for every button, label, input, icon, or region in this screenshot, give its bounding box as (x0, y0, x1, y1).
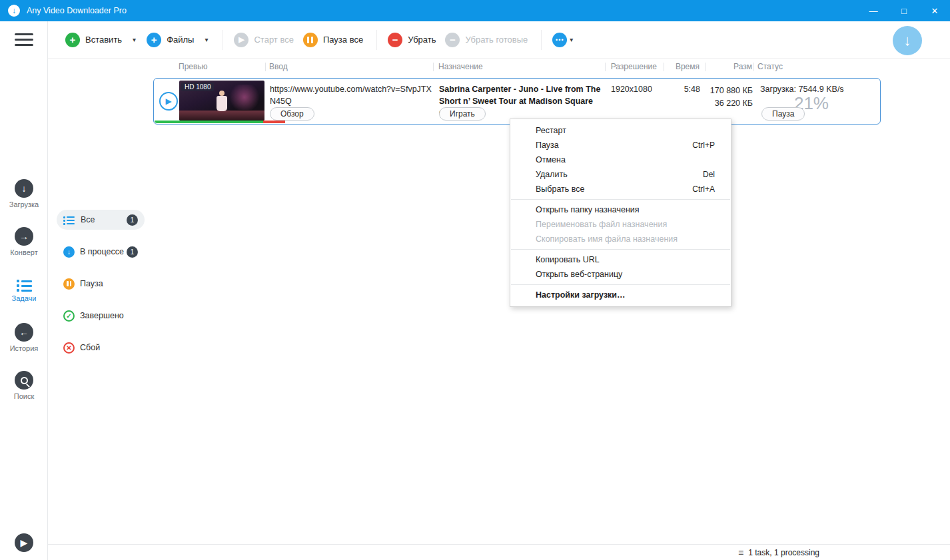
remove-completed-button[interactable]: − Убрать готовые (445, 33, 528, 47)
download-speed: Загрузка: 7544.9 KB/s (760, 85, 844, 94)
arrow-down-glyph: ↓ (22, 183, 27, 194)
sidebar-item-history[interactable]: ← История (0, 323, 48, 352)
column-header-preview[interactable]: Превью (179, 62, 208, 71)
hamburger-menu-icon[interactable] (15, 33, 33, 49)
files-dropdown-caret-icon[interactable]: ▾ (205, 36, 208, 43)
sidebar-item-download[interactable]: ↓ Загрузка (0, 179, 48, 208)
more-dropdown-caret-icon[interactable]: ▾ (570, 36, 573, 43)
menu-item-label: Настройки загрузки… (536, 290, 626, 300)
paste-button[interactable]: + Вставить (65, 33, 122, 47)
header-separator (605, 63, 606, 71)
toolbar-separator (223, 30, 223, 50)
task-list-icon: ≡ (738, 547, 743, 558)
status-text: 1 task, 1 processing (748, 548, 819, 557)
menu-item-label: Копировать URL (536, 255, 600, 264)
pause-all-button[interactable]: Пауза все (303, 33, 363, 47)
pause-task-button[interactable]: Пауза (761, 107, 805, 121)
minus-icon: − (445, 33, 460, 47)
filter-all[interactable]: Все 1 (57, 210, 145, 230)
convert-icon: → (15, 227, 33, 246)
toolbar-separator (376, 30, 377, 50)
filter-count-badge: 1 (127, 246, 138, 258)
menu-item-rename-destination-file[interactable]: Переименовать файл назначения (510, 217, 731, 232)
more-actions-button[interactable]: ••• (552, 33, 567, 47)
size-total: 170 880 КБ (674, 85, 753, 97)
sidebar-player-button[interactable]: ▶ (0, 533, 48, 552)
error-cross-icon: ✕ (63, 342, 75, 354)
check-icon: ✓ (63, 310, 75, 322)
menu-separator (511, 199, 730, 200)
menu-item-shortcut: Del (703, 170, 715, 179)
header-separator (753, 63, 754, 71)
files-label: Файлы (167, 35, 194, 45)
column-header-destination[interactable]: Назначение (438, 62, 483, 71)
thumbnail-art (179, 111, 264, 121)
in-progress-icon: ↓ (63, 246, 75, 258)
menu-item-label: Пауза (536, 140, 559, 150)
sidebar-item-convert[interactable]: → Конверт (0, 227, 48, 256)
menu-item-label: Открыть папку назначения (536, 205, 640, 214)
paste-label: Вставить (85, 35, 122, 45)
minimize-button[interactable]: — (858, 0, 889, 21)
menu-item-select-all[interactable]: Выбрать все Ctrl+A (510, 182, 731, 196)
menu-item-copy-url[interactable]: Копировать URL (510, 252, 731, 267)
column-header-resolution[interactable]: Разрешение (610, 62, 657, 71)
filter-in-progress[interactable]: ↓ В процессе 1 (57, 242, 145, 262)
filter-paused[interactable]: Пауза (57, 274, 145, 294)
files-button[interactable]: + Файлы (147, 33, 194, 47)
play-video-button[interactable]: Играть (439, 107, 486, 121)
pause-icon (303, 33, 318, 47)
menu-item-open-webpage[interactable]: Открыть веб-страницу (510, 267, 731, 282)
filter-failed[interactable]: ✕ Сбой (57, 338, 145, 358)
menu-item-copy-destination-filename[interactable]: Скопировать имя файла назначения (510, 232, 731, 246)
source-url: https://www.youtube.com/watch?v=SfvpJTXN… (270, 83, 436, 107)
column-header-size[interactable]: Разм (719, 62, 752, 71)
check-glyph: ✓ (66, 312, 71, 320)
start-all-button[interactable]: ▶ Старт все (234, 33, 293, 47)
menu-item-shortcut: Ctrl+A (692, 184, 715, 194)
arrow-down-glyph: ↓ (67, 248, 71, 256)
download-task-row[interactable]: ▶ HD 1080 https://www.youtube.com/watch?… (153, 78, 881, 125)
big-download-button[interactable]: ↓ (893, 26, 922, 55)
tasks-list-icon (15, 277, 33, 292)
close-icon: ✕ (931, 6, 939, 16)
toolbar: + Вставить ▾ + Файлы ▾ ▶ Старт все Пауза… (48, 21, 950, 59)
sidebar-item-label: Загрузка (0, 200, 48, 208)
remove-completed-label: Убрать готовые (465, 35, 528, 45)
window-title: Any Video Downloader Pro (27, 6, 127, 15)
pause-icon (63, 278, 75, 290)
play-glyph: ▶ (21, 537, 28, 548)
column-header-input[interactable]: Ввод (269, 62, 288, 71)
column-header-time[interactable]: Время (668, 62, 700, 71)
sidebar-item-tasks[interactable]: Задачи (0, 275, 48, 302)
menu-item-pause[interactable]: Пауза Ctrl+P (510, 138, 731, 152)
maximize-button[interactable]: □ (889, 0, 919, 21)
menu-item-restart[interactable]: Рестарт (510, 123, 731, 138)
column-header-status[interactable]: Статус (757, 62, 783, 71)
menu-item-open-destination-folder[interactable]: Открыть папку назначения (510, 202, 731, 217)
filter-label: Завершено (80, 311, 124, 320)
cross-glyph: ✕ (66, 344, 71, 352)
close-button[interactable]: ✕ (919, 0, 950, 21)
sidebar-item-label: Конверт (0, 248, 48, 256)
row-play-button[interactable]: ▶ (159, 92, 178, 111)
remove-button[interactable]: − Убрать (388, 33, 436, 47)
resolution-value: 1920x1080 (611, 85, 652, 94)
sidebar-item-search[interactable]: Поиск (0, 371, 48, 400)
header-separator (433, 63, 434, 71)
plus-glyph: + (70, 34, 76, 45)
thumbnail-art (219, 91, 225, 96)
browse-button[interactable]: Обзор (270, 107, 314, 121)
start-all-label: Старт все (254, 35, 293, 45)
menu-item-cancel[interactable]: Отмена (510, 152, 731, 167)
paste-dropdown-caret-icon[interactable]: ▾ (133, 36, 136, 43)
history-icon: ← (15, 323, 33, 342)
download-icon: ↓ (15, 179, 33, 198)
menu-item-label: Рестарт (536, 126, 566, 135)
download-arrow-glyph: ↓ (904, 32, 911, 49)
menu-item-label: Выбрать все (536, 184, 585, 194)
play-icon: ▶ (234, 33, 248, 47)
menu-item-download-settings[interactable]: Настройки загрузки… (510, 288, 731, 302)
filter-completed[interactable]: ✓ Завершено (57, 306, 145, 326)
menu-item-delete[interactable]: Удалить Del (510, 167, 731, 182)
